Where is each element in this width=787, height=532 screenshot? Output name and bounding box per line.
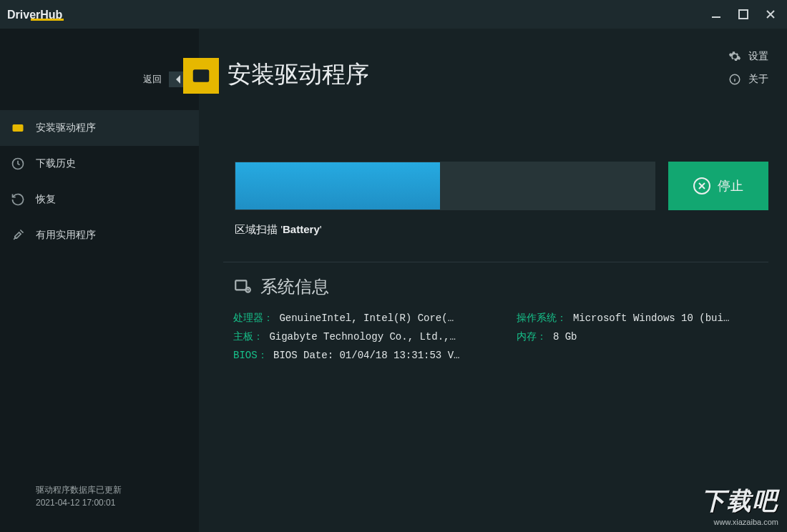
svg-rect-1	[739, 10, 748, 19]
os-row: 操作系统： Microsoft Windows 10 (bui…	[517, 310, 729, 328]
page-title: 安装驱动程序	[228, 59, 369, 91]
clock-icon	[10, 156, 26, 172]
gear-icon	[728, 50, 741, 63]
sidebar-item-label: 安装驱动程序	[36, 122, 96, 134]
stop-label: 停止	[718, 177, 743, 194]
svg-rect-4	[235, 280, 246, 290]
info-icon	[728, 73, 741, 86]
system-info-icon	[233, 277, 252, 296]
db-status: 驱动程序数据库已更新 2021-04-12 17:00:01	[0, 483, 199, 532]
watermark-url: www.xiazaiba.com	[701, 518, 778, 526]
drive-icon	[10, 120, 26, 136]
settings-label: 设置	[748, 50, 768, 63]
maximize-button[interactable]	[735, 6, 751, 22]
sidebar-item-label: 恢复	[36, 193, 56, 206]
sidebar-item-install-drivers[interactable]: 安装驱动程序	[0, 110, 199, 146]
settings-link[interactable]: 设置	[728, 50, 768, 63]
about-link[interactable]: 关于	[728, 73, 768, 86]
sidebar-item-utilities[interactable]: 有用实用程序	[0, 217, 199, 253]
scan-suffix: '	[320, 223, 322, 235]
scan-prefix: 区域扫描 '	[235, 223, 283, 235]
restore-icon	[10, 192, 26, 207]
watermark: 下载吧 www.xiazaiba.com	[701, 485, 778, 526]
watermark-big: 下载吧	[701, 485, 778, 518]
sidebar-item-label: 有用实用程序	[36, 229, 96, 242]
close-circle-icon	[693, 177, 710, 194]
minimize-button[interactable]	[708, 6, 724, 22]
mb-row: 主板： Gigabyte Technology Co., Ltd.,…	[233, 328, 459, 347]
cpu-row: 处理器： GenuineIntel, Intel(R) Core(…	[233, 310, 459, 328]
about-label: 关于	[748, 73, 768, 86]
svg-rect-0	[712, 16, 720, 18]
sidebar-item-restore[interactable]: 恢复	[0, 182, 199, 217]
scan-progress-fill	[235, 162, 440, 210]
scan-progress	[235, 162, 655, 210]
db-status-line1: 驱动程序数据库已更新	[36, 483, 199, 496]
sidebar-item-download-history[interactable]: 下载历史	[0, 146, 199, 182]
back-button[interactable]: 返回	[143, 72, 189, 87]
db-status-line2: 2021-04-12 17:00:01	[36, 496, 199, 509]
bios-row: BIOS： BIOS Date: 01/04/18 13:31:53 V…	[233, 347, 459, 365]
mem-row: 内存： 8 Gb	[517, 328, 729, 347]
back-label: 返回	[143, 73, 162, 86]
page-icon	[183, 58, 219, 94]
app-brand: DriverHub	[7, 9, 64, 21]
close-button[interactable]	[763, 6, 778, 22]
system-info-title: 系统信息	[260, 275, 329, 298]
stop-button[interactable]: 停止	[668, 162, 768, 210]
tools-icon	[10, 227, 26, 243]
scan-status: 区域扫描 'Battery'	[235, 223, 322, 237]
sidebar-item-label: 下载历史	[36, 157, 76, 170]
scan-target: Battery	[283, 223, 320, 235]
